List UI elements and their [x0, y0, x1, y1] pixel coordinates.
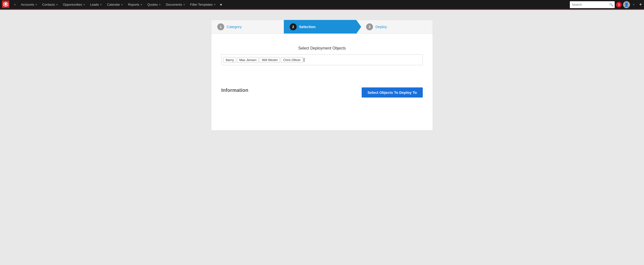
notification-badge[interactable]: 1 — [616, 2, 622, 8]
text-cursor — [304, 58, 304, 62]
token-chris-olliver[interactable]: Chris Olliver — [281, 57, 303, 63]
nav-item-contacts[interactable]: Contacts ▼ — [40, 0, 60, 10]
token-max-jensen[interactable]: Max Jensen — [237, 57, 259, 63]
search-icon: 🔍 — [609, 3, 613, 6]
step-2-number: 2 — [290, 24, 296, 30]
svg-rect-3 — [5, 3, 7, 6]
wizard-bottom-bar: Information Select Objects To Deploy To — [212, 88, 432, 98]
deployment-objects-input[interactable]: Iberry Max Jensen Will Westin Chris Olli… — [221, 54, 423, 65]
steps-bar: 1 Category 2 Selection 3 Deploy — [212, 20, 432, 34]
step-1-number: 1 — [217, 24, 224, 30]
nav-item-filter-templates[interactable]: Filter Templates ▼ — [188, 0, 218, 10]
nav-item-reports[interactable]: Reports ▼ — [126, 0, 145, 10]
search-input[interactable] — [570, 1, 609, 8]
step-3-number: 3 — [366, 24, 373, 30]
nav-item-accounts[interactable]: Accounts ▼ — [18, 0, 40, 10]
reports-chevron-icon: ▼ — [140, 4, 142, 6]
wizard-card: 1 Category 2 Selection 3 Deploy Select — [211, 20, 433, 130]
quotes-chevron-icon: ▼ — [159, 4, 161, 6]
step-3-label: Deploy — [376, 25, 387, 29]
token-iberry[interactable]: Iberry — [224, 57, 236, 63]
nav-app-dropdown[interactable]: ▼ — [11, 0, 18, 10]
page-body: 1 Category 2 Selection 3 Deploy Select — [0, 10, 644, 264]
accounts-chevron-icon: ▼ — [35, 4, 37, 6]
navbar: ▼ Accounts ▼ Contacts ▼ Opportunities ▼ … — [0, 0, 644, 10]
user-dropdown[interactable]: ▼ — [630, 0, 637, 10]
nav-item-leads[interactable]: Leads ▼ — [88, 0, 104, 10]
token-will-westin[interactable]: Will Westin — [260, 57, 280, 63]
nav-item-opportunities[interactable]: Opportunities ▼ — [60, 0, 88, 10]
step-1-label: Category — [227, 25, 242, 29]
documents-chevron-icon: ▼ — [183, 4, 185, 6]
wizard-main-content: Select Deployment Objects Iberry Max Jen… — [212, 34, 432, 73]
filter-templates-chevron-icon: ▼ — [214, 4, 216, 6]
user-avatar[interactable]: 👤 — [623, 1, 630, 8]
step-selection[interactable]: 2 Selection — [284, 20, 356, 34]
step-deploy[interactable]: 3 Deploy — [356, 20, 432, 34]
section-title: Select Deployment Objects — [221, 46, 423, 50]
user-chevron-icon: ▼ — [632, 4, 635, 6]
nav-item-documents[interactable]: Documents ▼ — [163, 0, 188, 10]
search-box: 🔍 — [570, 1, 615, 8]
leads-chevron-icon: ▼ — [100, 4, 102, 6]
nav-item-calendar[interactable]: Calendar ▼ — [104, 0, 126, 10]
calendar-chevron-icon: ▼ — [121, 4, 123, 6]
information-label: Information — [221, 88, 248, 93]
add-button[interactable]: + — [639, 2, 642, 8]
select-objects-to-deploy-button[interactable]: Select Objects To Deploy To — [362, 88, 423, 98]
nav-more-dropdown[interactable]: ▼ — [219, 3, 223, 7]
opportunities-chevron-icon: ▼ — [83, 4, 85, 6]
nav-app-chevron-icon: ▼ — [14, 4, 16, 6]
nav-item-quotes[interactable]: Quotes ▼ — [145, 0, 163, 10]
step-2-label: Selection — [299, 25, 316, 29]
logo[interactable] — [2, 0, 11, 9]
contacts-chevron-icon: ▼ — [56, 4, 58, 6]
step-category[interactable]: 1 Category — [212, 20, 284, 34]
